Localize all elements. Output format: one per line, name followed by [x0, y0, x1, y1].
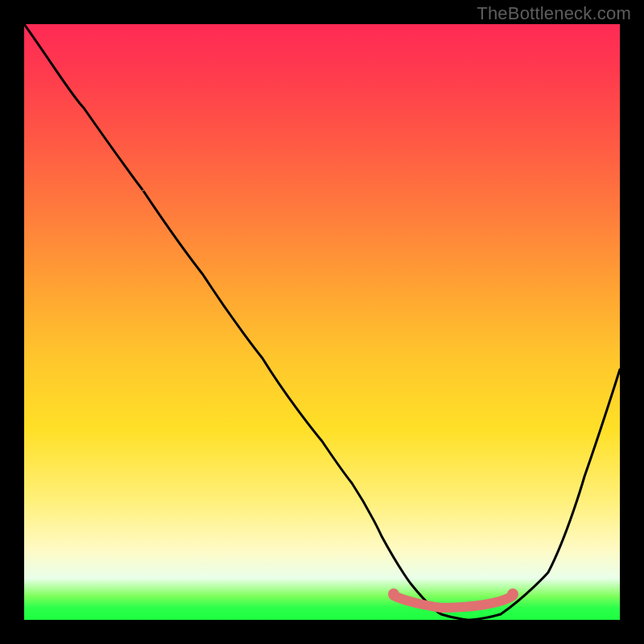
- plot-area: [24, 24, 620, 620]
- chart-frame: TheBottleneck.com: [0, 0, 644, 644]
- curve-layer: [24, 24, 620, 620]
- bottleneck-curve: [24, 24, 620, 620]
- low-bottleneck-marker: [394, 596, 513, 608]
- watermark-text: TheBottleneck.com: [477, 3, 631, 24]
- marker-dot-left-icon: [388, 588, 399, 600]
- marker-dot-right-icon: [507, 588, 518, 600]
